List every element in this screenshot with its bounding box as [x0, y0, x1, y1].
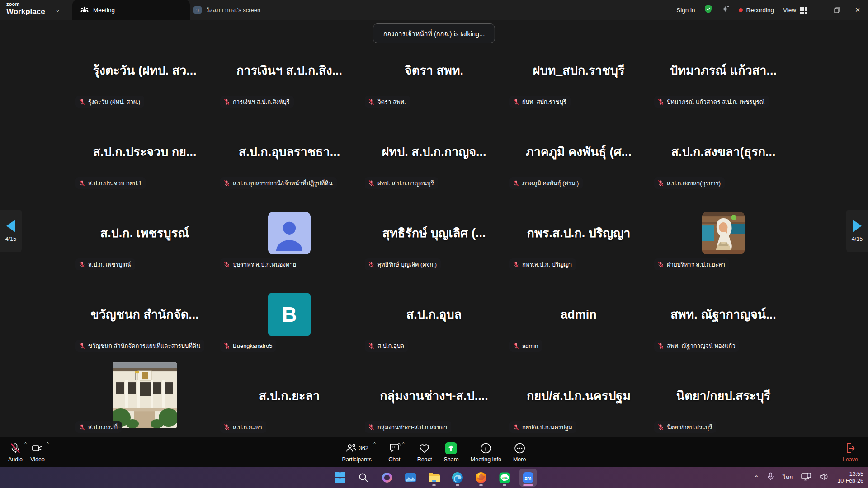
- tab-meeting[interactable]: Meeting: [72, 0, 190, 20]
- participant-display-name: กลุ่มงานช่างฯ-ส.ป....: [365, 386, 503, 405]
- participant-display-name: นิตยา/กยป.สระบุรี: [655, 386, 792, 405]
- participant-tile[interactable]: ปัทมาภรณ์ แก้วสา...ปัทมาภรณ์ แก้วสาคร ส.…: [651, 31, 796, 112]
- audio-options-chevron[interactable]: ⌃: [24, 441, 28, 447]
- participants-options-chevron[interactable]: ⌃: [373, 441, 377, 447]
- search-icon[interactable]: [355, 469, 372, 487]
- participant-tile[interactable]: ภาคภูมิ คงพันธุ์ (ศ...ภาคภูมิ คงพันธุ์ (…: [506, 112, 651, 193]
- participant-tile[interactable]: กยป/ส.ป.ก.นครปฐมกยป/ส.ป.ก.นครปฐม: [506, 356, 651, 437]
- close-button[interactable]: ✕: [847, 0, 868, 20]
- chevron-down-icon[interactable]: ⌄: [55, 6, 60, 13]
- participant-tile[interactable]: การเงินฯ ส.ป.ก.สิง...การเงินฯ ส.ป.ก.สิงห…: [217, 31, 362, 112]
- participants-icon: 362: [345, 442, 368, 455]
- participant-name-label: ส.ป.ก.อุบลราชธานี/เจ้าหน้าที่ปฏิรูปที่ดิ…: [233, 178, 333, 188]
- participant-name-badge: กยป/ส.ป.ก.นครปฐม: [509, 421, 576, 433]
- edge-browser-icon[interactable]: [449, 469, 466, 487]
- participant-name-badge: รุ้งตะวัน (ฝทป. สวผ.): [75, 96, 144, 108]
- video-options-chevron[interactable]: ⌃: [46, 441, 50, 447]
- meeting-info-button[interactable]: Meeting info: [471, 437, 501, 467]
- react-button[interactable]: React: [417, 437, 432, 467]
- participant-name-label: สพท. ณัฐากาญจน์ ทองแก้ว: [667, 341, 735, 351]
- audio-button[interactable]: Audio: [8, 437, 23, 467]
- participant-tile[interactable]: ส.ป.ก.ยะลาส.ป.ก.ยะลา: [217, 356, 362, 437]
- more-label: More: [513, 456, 526, 463]
- participant-tile[interactable]: ฝบท_สปก.ราชบุรีฝบท_สปก.ราชบุรี: [506, 31, 651, 112]
- leave-button[interactable]: Leave: [843, 437, 858, 467]
- meeting-info-label: Meeting info: [471, 456, 501, 463]
- mic-muted-icon: [657, 261, 664, 268]
- share-button[interactable]: Share: [443, 437, 458, 467]
- titlebar-right-cluster: Sign in Recording View: [676, 0, 807, 20]
- system-tray: ⌃ ไทย 13:55 10-Feb-26: [754, 467, 863, 488]
- tab-shared-screen[interactable]: ว วัลลภา กกจ.'s screen: [193, 0, 260, 20]
- participant-tile[interactable]: กลุ่มงานช่างฯ-ส.ป....กลุ่มงานช่างฯ-ส.ป.ก…: [362, 356, 506, 437]
- view-button[interactable]: View: [783, 7, 807, 14]
- view-label: View: [783, 7, 796, 14]
- file-explorer-icon[interactable]: [425, 469, 443, 487]
- participant-tile[interactable]: รุ้งตะวัน (ฝทป. สว...รุ้งตะวัน (ฝทป. สวผ…: [72, 31, 217, 112]
- mic-muted-icon: [513, 424, 519, 431]
- chat-label: Chat: [388, 456, 400, 463]
- mic-muted-icon: [657, 99, 664, 105]
- participant-name-label: ฝทป. ส.ป.ก.กาญจนบุรี: [377, 178, 434, 188]
- zoom-app-icon[interactable]: zm: [519, 469, 537, 487]
- chat-options-chevron[interactable]: ⌃: [401, 441, 406, 447]
- firefox-browser-icon[interactable]: [472, 469, 490, 487]
- participant-tile[interactable]: สุทธิรักษ์ บุญเลิศ (...สุทธิรักษ์ บุญเลิ…: [362, 193, 506, 275]
- participant-tile[interactable]: นิตยา/กยป.สระบุรีนิตยา/กยป.สระบุรี: [651, 356, 796, 437]
- participant-tile[interactable]: adminadmin: [506, 275, 651, 356]
- meeting-stage: กองการเจ้าหน้าที่ (กกจ.) is talking... ร…: [0, 20, 868, 437]
- heart-icon: [419, 442, 430, 455]
- participant-tile[interactable]: ส.ป.ก.ประจวบ กย...ส.ป.ก.ประจวบ กยป.1: [72, 112, 217, 193]
- taskbar-clock[interactable]: 13:55 10-Feb-26: [837, 471, 863, 484]
- participant-tile[interactable]: BBuengkanalro5: [217, 275, 362, 356]
- recording-indicator[interactable]: Recording: [739, 7, 774, 14]
- participant-tile[interactable]: ฝ่ายบริหาร ส.ป.ก.ยะลา: [651, 193, 796, 275]
- speaker-icon[interactable]: [820, 473, 829, 483]
- security-shield-icon[interactable]: [704, 5, 712, 15]
- keyboard-language-indicator[interactable]: ไทย: [783, 473, 793, 482]
- restore-button[interactable]: [826, 0, 847, 20]
- mic-muted-icon: [657, 424, 664, 431]
- participant-tile[interactable]: ส.ป.ก.กระบี่: [72, 356, 217, 437]
- cast-device-icon[interactable]: [801, 473, 811, 483]
- participant-tile[interactable]: ส.ป.ก.อุบลราชธา...ส.ป.ก.อุบลราชธานี/เจ้า…: [217, 112, 362, 193]
- participant-tile[interactable]: สพท. ณัฐากาญจน์...สพท. ณัฐากาญจน์ ทองแก้…: [651, 275, 796, 356]
- letter-avatar: B: [268, 293, 311, 336]
- participant-tile[interactable]: ฝทป. ส.ป.ก.กาญจ...ฝทป. ส.ป.ก.กาญจนบุรี: [362, 112, 506, 193]
- video-button[interactable]: Video: [30, 437, 45, 467]
- participant-name-label: สุทธิรักษ์ บุญเลิศ (ศจก.): [377, 260, 437, 269]
- participants-button[interactable]: 362 Participants: [342, 437, 372, 467]
- minimize-button[interactable]: ─: [806, 0, 826, 20]
- line-app-icon[interactable]: LINE: [496, 469, 513, 487]
- mic-muted-icon: [368, 343, 375, 349]
- participant-name-label: Buengkanalro5: [233, 343, 272, 349]
- tray-mic-icon[interactable]: [767, 472, 774, 483]
- sign-in-button[interactable]: Sign in: [676, 7, 695, 14]
- participant-tile[interactable]: ส.ป.ก. เพชรบูรณ์ส.ป.ก. เพชรบูรณ์: [72, 193, 217, 275]
- participant-display-name: การเงินฯ ส.ป.ก.สิง...: [221, 61, 358, 80]
- start-button[interactable]: [331, 469, 349, 487]
- participant-display-name: ฝบท_สปก.ราชบุรี: [510, 61, 647, 80]
- participant-tile[interactable]: ส.ป.ก.อุบลส.ป.ก.อุบล: [362, 275, 506, 356]
- participant-display-name: admin: [510, 308, 647, 322]
- next-page-button[interactable]: 4/15: [846, 210, 868, 252]
- previous-page-button[interactable]: 4/15: [0, 210, 22, 252]
- react-label: React: [417, 456, 432, 463]
- ai-companion-icon[interactable]: [722, 5, 730, 15]
- participant-display-name: ขวัญชนก สำนักจัด...: [76, 305, 213, 324]
- participant-tile[interactable]: ส.ป.ก.สงขลา(ธุรก...ส.ป.ก.สงขลา(ธุรการ): [651, 112, 796, 193]
- participant-tile[interactable]: กพร.ส.ป.ก. ปริญญากพร.ส.ป.ก. ปริญญา: [506, 193, 651, 275]
- copilot-icon[interactable]: [378, 469, 396, 487]
- tray-chevron-up-icon[interactable]: ⌃: [754, 474, 759, 481]
- more-button[interactable]: More: [513, 437, 526, 467]
- mic-muted-icon: [79, 424, 85, 431]
- participant-name-label: ส.ป.ก.สงขลา(ธุรการ): [667, 178, 721, 188]
- participant-tile[interactable]: ขวัญชนก สำนักจัด...ขวัญชนก สำนักจัดการแผ…: [72, 275, 217, 356]
- mic-muted-icon: [513, 261, 519, 268]
- participant-tile[interactable]: บุษราพร ส.ป.ก.หนองคาย: [217, 193, 362, 275]
- participant-display-name: ปัทมาภรณ์ แก้วสา...: [655, 61, 792, 80]
- participant-display-name: ส.ป.ก.ประจวบ กย...: [76, 142, 213, 161]
- photos-app-icon[interactable]: [402, 469, 419, 487]
- chat-button[interactable]: Chat: [388, 437, 400, 467]
- window-controls: ─ ✕: [806, 0, 868, 20]
